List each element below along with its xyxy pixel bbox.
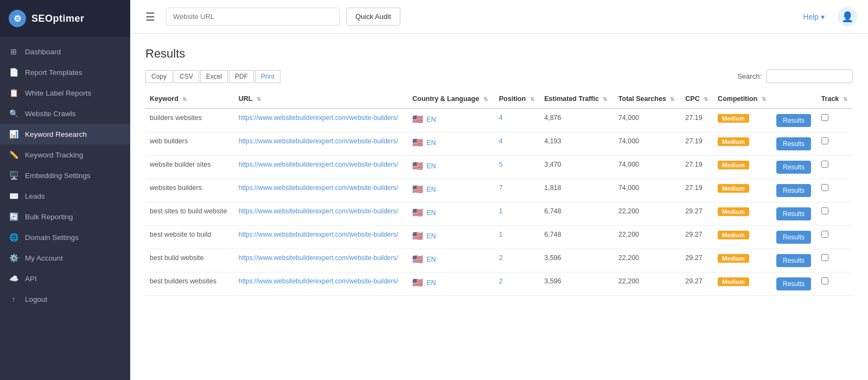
help-button[interactable]: Help ▾ bbox=[803, 12, 825, 21]
export-csv-button[interactable]: CSV bbox=[174, 70, 199, 83]
col-estimated-traffic[interactable]: Estimated Traffic ⇅ bbox=[540, 90, 614, 109]
flag-icon: 🇺🇸 bbox=[412, 161, 423, 171]
sidebar-item-keyword-research[interactable]: 📊 Keyword Research bbox=[0, 124, 130, 144]
country-cell: 🇺🇸 EN bbox=[408, 132, 495, 156]
col-position[interactable]: Position ⇅ bbox=[495, 90, 540, 109]
sidebar-item-dashboard[interactable]: ⊞ Dashboard bbox=[0, 41, 130, 62]
searches-cell: 74,000 bbox=[614, 156, 681, 179]
searches-cell: 22,200 bbox=[614, 273, 681, 296]
searches-cell: 74,000 bbox=[614, 109, 681, 132]
results-btn-cell: Results bbox=[772, 179, 817, 202]
table-row: websites builders https://www.websitebui… bbox=[145, 179, 853, 202]
content-area: Results CopyCSVExcelPDFPrint Search: Key… bbox=[130, 34, 868, 380]
search-input[interactable] bbox=[766, 69, 853, 83]
sidebar-item-bulk-reporting[interactable]: 🔄 Bulk Reporting bbox=[0, 206, 130, 227]
api-label: API bbox=[25, 275, 37, 283]
table-row: web builders https://www.websitebuildere… bbox=[145, 132, 853, 156]
col-competition[interactable]: Competition ⇅ bbox=[713, 90, 772, 109]
cpc-cell: 29.27 bbox=[681, 273, 713, 296]
track-checkbox[interactable] bbox=[821, 277, 828, 284]
sidebar-logo[interactable]: ⚙ SEOptimer bbox=[0, 0, 130, 37]
position-cell: 2 bbox=[495, 249, 540, 273]
sidebar-item-keyword-tracking[interactable]: ✏️ Keyword Tracking bbox=[0, 144, 130, 165]
col-total-searches[interactable]: Total Searches ⇅ bbox=[614, 90, 681, 109]
sort-icon: ⇅ bbox=[762, 96, 766, 102]
track-cell bbox=[817, 273, 853, 296]
table-row: best builders websites https://www.websi… bbox=[145, 273, 853, 296]
white-label-reports-label: White Label Reports bbox=[25, 89, 91, 97]
flag-icon: 🇺🇸 bbox=[412, 254, 423, 264]
keyword-cell: builders websites bbox=[145, 109, 234, 132]
col-[interactable] bbox=[772, 90, 817, 109]
sidebar-item-white-label-reports[interactable]: 📋 White Label Reports bbox=[0, 83, 130, 103]
track-checkbox[interactable] bbox=[821, 254, 828, 261]
searches-cell: 22,200 bbox=[614, 249, 681, 273]
cpc-cell: 29.27 bbox=[681, 249, 713, 273]
lang-label: EN bbox=[426, 186, 436, 193]
position-cell: 4 bbox=[495, 132, 540, 156]
url-cell: https://www.websitebuilderexpert.com/web… bbox=[234, 109, 408, 132]
cpc-cell: 27.19 bbox=[681, 109, 713, 132]
keyword-cell: websites builders bbox=[145, 179, 234, 202]
track-checkbox[interactable] bbox=[821, 207, 828, 214]
sidebar-item-report-templates[interactable]: 📄 Report Templates bbox=[0, 62, 130, 83]
col-cpc[interactable]: CPC ⇅ bbox=[681, 90, 713, 109]
traffic-cell: 6,748 bbox=[540, 202, 614, 226]
results-btn-cell: Results bbox=[772, 249, 817, 273]
searches-cell: 74,000 bbox=[614, 132, 681, 156]
export-copy-button[interactable]: Copy bbox=[145, 70, 173, 83]
keyword-cell: best sites to build website bbox=[145, 202, 234, 226]
col-keyword[interactable]: Keyword ⇅ bbox=[145, 90, 234, 109]
sidebar-item-logout[interactable]: ↑ Logout bbox=[0, 289, 130, 309]
results-button[interactable]: Results bbox=[776, 184, 811, 197]
col-url[interactable]: URL ⇅ bbox=[234, 90, 408, 109]
lang-label: EN bbox=[426, 116, 436, 123]
results-button[interactable]: Results bbox=[776, 207, 811, 220]
col-track[interactable]: Track ⇅ bbox=[817, 90, 853, 109]
track-checkbox[interactable] bbox=[821, 114, 828, 121]
export-print-button[interactable]: Print bbox=[255, 70, 280, 83]
results-button[interactable]: Results bbox=[776, 114, 811, 127]
position-cell: 7 bbox=[495, 179, 540, 202]
hamburger-button[interactable]: ☰ bbox=[141, 8, 159, 26]
export-pdf-button[interactable]: PDF bbox=[229, 70, 254, 83]
sidebar: ⚙ SEOptimer ⊞ Dashboard 📄 Report Templat… bbox=[0, 0, 130, 380]
competition-cell: Medium bbox=[713, 179, 772, 202]
sidebar-item-api[interactable]: ☁️ API bbox=[0, 268, 130, 289]
url-cell: https://www.websitebuilderexpert.com/web… bbox=[234, 156, 408, 179]
traffic-cell: 3,596 bbox=[540, 249, 614, 273]
results-button[interactable]: Results bbox=[776, 137, 811, 150]
table-row: builders websites https://www.websitebui… bbox=[145, 109, 853, 132]
quick-audit-button[interactable]: Quick Audit bbox=[346, 8, 400, 26]
lang-label: EN bbox=[426, 162, 436, 170]
results-button[interactable]: Results bbox=[776, 161, 811, 174]
track-checkbox[interactable] bbox=[821, 231, 828, 238]
sidebar-item-embedding-settings[interactable]: 🖥️ Embedding Settings bbox=[0, 165, 130, 186]
user-avatar[interactable]: 👤 bbox=[838, 7, 857, 27]
sidebar-item-leads[interactable]: ✉️ Leads bbox=[0, 186, 130, 206]
sidebar-item-domain-settings[interactable]: 🌐 Domain Settings bbox=[0, 227, 130, 248]
sidebar-item-my-account[interactable]: ⚙️ My Account bbox=[0, 248, 130, 268]
results-title: Results bbox=[145, 47, 853, 61]
export-excel-button[interactable]: Excel bbox=[200, 70, 228, 83]
results-button[interactable]: Results bbox=[776, 231, 811, 244]
url-cell: https://www.websitebuilderexpert.com/web… bbox=[234, 249, 408, 273]
track-cell bbox=[817, 156, 853, 179]
position-cell: 4 bbox=[495, 109, 540, 132]
track-checkbox[interactable] bbox=[821, 161, 828, 168]
domain-settings-label: Domain Settings bbox=[25, 233, 79, 242]
results-button[interactable]: Results bbox=[776, 277, 811, 290]
url-input[interactable] bbox=[166, 8, 340, 26]
header: ☰ Quick Audit Help ▾ 👤 bbox=[130, 0, 868, 34]
cpc-cell: 27.19 bbox=[681, 156, 713, 179]
results-btn-cell: Results bbox=[772, 156, 817, 179]
col-country-and-language[interactable]: Country & Language ⇅ bbox=[408, 90, 495, 109]
embedding-settings-icon: 🖥️ bbox=[9, 171, 18, 180]
sidebar-item-website-crawls[interactable]: 🔍 Website Crawls bbox=[0, 103, 130, 124]
track-checkbox[interactable] bbox=[821, 137, 828, 144]
competition-cell: Medium bbox=[713, 273, 772, 296]
api-icon: ☁️ bbox=[9, 274, 18, 283]
cpc-cell: 27.19 bbox=[681, 179, 713, 202]
results-button[interactable]: Results bbox=[776, 254, 811, 267]
track-checkbox[interactable] bbox=[821, 184, 828, 191]
